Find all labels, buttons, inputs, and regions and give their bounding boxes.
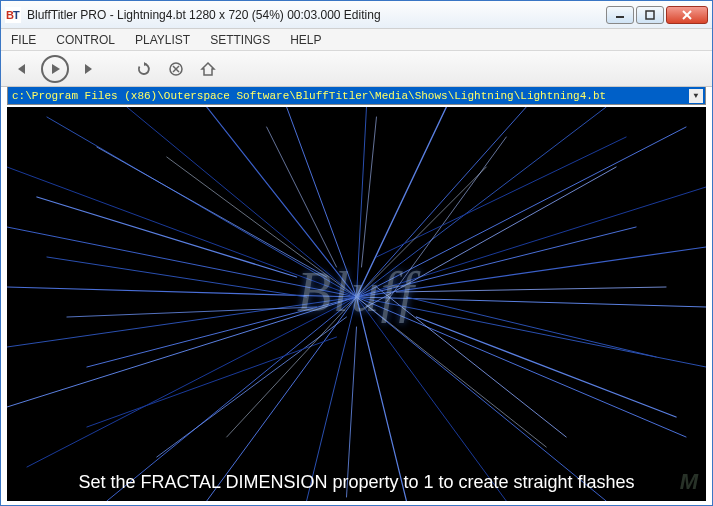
svg-line-50 bbox=[47, 257, 307, 297]
svg-line-21 bbox=[357, 107, 607, 297]
menu-playlist[interactable]: PLAYLIST bbox=[131, 31, 194, 49]
svg-line-40 bbox=[97, 147, 327, 277]
menubar: FILE CONTROL PLAYLIST SETTINGS HELP bbox=[1, 29, 712, 51]
maximize-button[interactable] bbox=[636, 6, 664, 24]
svg-line-61 bbox=[357, 227, 637, 297]
close-button[interactable] bbox=[666, 6, 708, 24]
svg-line-54 bbox=[37, 197, 297, 277]
svg-line-28 bbox=[357, 297, 607, 501]
svg-line-37 bbox=[7, 287, 357, 297]
svg-line-25 bbox=[357, 297, 707, 307]
window-controls bbox=[606, 6, 708, 24]
svg-line-16 bbox=[207, 107, 357, 297]
svg-line-49 bbox=[361, 117, 376, 267]
svg-line-22 bbox=[357, 127, 687, 297]
svg-line-41 bbox=[366, 167, 616, 307]
svg-line-14 bbox=[47, 117, 357, 297]
svg-line-57 bbox=[357, 297, 547, 447]
minimize-button[interactable] bbox=[606, 6, 634, 24]
menu-settings[interactable]: SETTINGS bbox=[206, 31, 274, 49]
path-text: c:\Program Files (x86)\Outerspace Softwa… bbox=[12, 90, 606, 102]
play-icon bbox=[52, 64, 60, 74]
preview-canvas[interactable]: Bluff Set the FRACTAL DIMENSION property… bbox=[7, 107, 706, 501]
path-dropdown-icon[interactable]: ▼ bbox=[689, 89, 703, 103]
svg-line-56 bbox=[167, 157, 357, 297]
svg-line-30 bbox=[357, 297, 407, 501]
menu-control[interactable]: CONTROL bbox=[52, 31, 119, 49]
svg-line-60 bbox=[87, 297, 357, 367]
svg-line-43 bbox=[376, 287, 566, 437]
lightning-render bbox=[7, 107, 706, 501]
svg-text:T: T bbox=[13, 9, 20, 21]
svg-line-35 bbox=[7, 297, 357, 407]
menu-help[interactable]: HELP bbox=[286, 31, 325, 49]
svg-line-19 bbox=[357, 107, 447, 297]
back-button[interactable] bbox=[9, 56, 35, 82]
path-bar[interactable]: c:\Program Files (x86)\Outerspace Softwa… bbox=[7, 87, 706, 105]
svg-line-45 bbox=[386, 137, 506, 302]
home-button[interactable] bbox=[195, 56, 221, 82]
svg-line-46 bbox=[67, 307, 317, 317]
svg-line-20 bbox=[357, 107, 527, 297]
svg-line-34 bbox=[27, 297, 357, 467]
svg-line-42 bbox=[157, 317, 347, 457]
svg-line-52 bbox=[87, 337, 337, 427]
toolbar bbox=[1, 51, 712, 87]
svg-line-47 bbox=[396, 287, 666, 292]
svg-marker-8 bbox=[85, 64, 92, 74]
svg-line-27 bbox=[357, 297, 687, 437]
svg-line-48 bbox=[347, 327, 357, 497]
play-button[interactable] bbox=[41, 55, 69, 83]
svg-line-55 bbox=[416, 317, 676, 417]
svg-rect-4 bbox=[646, 11, 654, 19]
reload-button[interactable] bbox=[131, 56, 157, 82]
svg-line-38 bbox=[7, 227, 357, 297]
svg-line-18 bbox=[357, 107, 367, 297]
svg-marker-7 bbox=[18, 64, 25, 74]
window-title: BluffTitler PRO - Lightning4.bt 1280 x 7… bbox=[27, 8, 606, 22]
app-icon: BT bbox=[5, 7, 21, 23]
svg-line-29 bbox=[357, 297, 507, 501]
titlebar: BT BluffTitler PRO - Lightning4.bt 1280 … bbox=[1, 1, 712, 29]
svg-line-59 bbox=[227, 297, 357, 437]
stop-button[interactable] bbox=[163, 56, 189, 82]
menu-file[interactable]: FILE bbox=[7, 31, 40, 49]
svg-marker-13 bbox=[202, 63, 214, 75]
svg-line-32 bbox=[207, 297, 357, 501]
svg-line-58 bbox=[357, 167, 487, 297]
svg-line-23 bbox=[357, 187, 707, 297]
forward-button[interactable] bbox=[75, 56, 101, 82]
